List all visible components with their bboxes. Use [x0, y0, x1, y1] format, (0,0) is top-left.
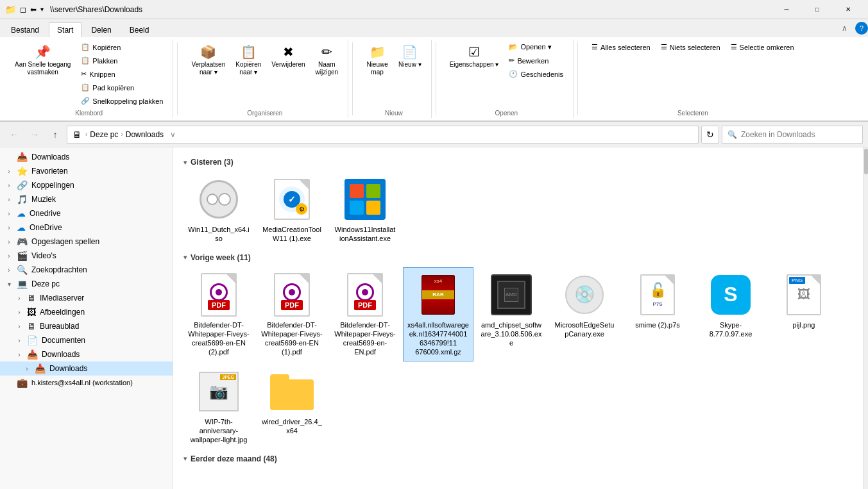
address-dropdown-icon[interactable]: ∨: [167, 130, 178, 139]
eerder-toggle[interactable]: ▾: [183, 455, 187, 462]
nieuw-item-button[interactable]: 📄 Nieuw ▾: [394, 41, 426, 72]
file-bitdefender1[interactable]: PDF Bitdefender-DT-Whitepaper-Fiveys-cre…: [183, 267, 254, 361]
eigenschappen-button[interactable]: ☑ Eigenschappen ▾: [445, 41, 504, 72]
vorige-week-toggle[interactable]: ▾: [183, 254, 187, 261]
snelkoppeling-button[interactable]: 🔗 Snelkoppeling plakken: [76, 95, 167, 107]
tab-delen[interactable]: Delen: [83, 22, 119, 37]
file-amd-chipset[interactable]: AMD amd_chipset_software_3.10.08.506.exe: [476, 267, 547, 361]
main-layout: 📥 Downloads › ⭐ Favorieten › 🔗 Koppeling…: [0, 147, 868, 489]
sidebar-item-muziek[interactable]: › 🎵 Muziek: [0, 192, 173, 206]
up-button[interactable]: ↑: [46, 126, 64, 144]
sidebar-item-workstation[interactable]: 💼 h.kisters@xs4all.nl (workstation): [0, 376, 173, 390]
selectie-omkeren-button[interactable]: ☰ Selectie omkeren: [726, 41, 799, 53]
afbeeldingen-icon: 🖼: [27, 307, 36, 317]
file-smime[interactable]: 🔓 P7S smime (2).p7s: [622, 267, 693, 361]
pin-button[interactable]: 📌 Aan Snelle toegangvastmaken: [10, 41, 75, 79]
title-bar-controls: ─ □ ✕: [772, 0, 863, 19]
breadcrumb-deze-pc[interactable]: Deze pc: [90, 130, 118, 139]
tab-start[interactable]: Start: [49, 22, 81, 38]
search-box[interactable]: 🔍: [722, 126, 863, 144]
sidebar-item-videos[interactable]: › 🎬 Video's: [0, 249, 173, 263]
sidebar-item-imediaserver[interactable]: › 🖥 IMediaserver: [0, 291, 173, 305]
openen-btn[interactable]: 📂 Openen ▾: [504, 41, 568, 53]
nieuwe-map-button[interactable]: 📁 Nieuwemap: [362, 41, 393, 79]
selecteren-buttons: ☰ Alles selecteren ☰ Niets selecteren ☰ …: [587, 41, 799, 53]
geschiedenis-btn[interactable]: 🕐 Geschiedenis: [504, 68, 568, 80]
naam-wijzigen-button[interactable]: ✏ Naamwijzigen: [311, 41, 343, 79]
maximize-button[interactable]: □: [803, 0, 832, 19]
scrollbar-track[interactable]: [863, 147, 868, 489]
sidebar-item-afbeeldingen[interactable]: › 🖼 Afbeeldingen: [0, 305, 173, 319]
ribbon-collapse-icon[interactable]: ∧: [837, 24, 853, 33]
file-pijl-png[interactable]: PNG 🖼 pijl.png: [769, 267, 839, 361]
copy-to-icon: 📋: [241, 44, 257, 60]
file-wip-jpeg[interactable]: JPEG 📷 WIP-7th-anniversary-wallpaper-lig…: [183, 364, 254, 449]
sidebar-item-downloads2[interactable]: › 📥 Downloads: [0, 347, 173, 361]
file-bitdefender3[interactable]: PDF Bitdefender-DT-Whitepaper-Fiveys-cre…: [330, 267, 400, 361]
klembord-label: Klembord: [75, 107, 103, 117]
invert-icon: ☰: [731, 43, 737, 51]
address-path[interactable]: 🖥 › Deze pc › Downloads ∨: [67, 126, 699, 144]
bewerken-btn[interactable]: ✏ Bewerken: [504, 54, 568, 67]
file-bitdefender2[interactable]: PDF Bitdefender-DT-Whitepaper-Fiveys-cre…: [257, 267, 327, 361]
vorige-week-files: PDF Bitdefender-DT-Whitepaper-Fiveys-cre…: [183, 267, 853, 449]
sep3: [436, 42, 436, 115]
tab-bestand[interactable]: Bestand: [3, 22, 47, 37]
kopieren-button[interactable]: 📋 Kopiëren: [76, 41, 167, 53]
sidebar-item-downloads3[interactable]: › 📥 Downloads: [0, 361, 173, 376]
sidebar-item-onedrive1[interactable]: › ☁ Onedrive: [0, 206, 173, 220]
pdf-icon: PDF: [201, 273, 237, 317]
help-button[interactable]: ?: [855, 22, 868, 35]
breadcrumb-downloads[interactable]: Downloads: [126, 130, 164, 139]
verplaatsen-button[interactable]: 📦 Verplaatsennaar ▾: [187, 41, 230, 79]
group-vorige-week-header: ▾ Vorige week (11): [183, 253, 853, 262]
new-item-icon: 📄: [402, 44, 418, 60]
file-skype[interactable]: S Skype-8.77.0.97.exe: [695, 267, 766, 361]
sidebar-item-bureaublad[interactable]: › 🖥 Bureaublad: [0, 319, 173, 333]
kopieren-naar-button[interactable]: 📋 Kopiërennaar ▾: [231, 41, 266, 79]
verwijderen-button[interactable]: ✖ Verwijderen: [267, 41, 309, 72]
gz-icon: RAR xs4: [419, 274, 457, 316]
sidebar-item-koppelingen[interactable]: › 🔗 Koppelingen: [0, 178, 173, 192]
setup-icon: 💿: [565, 276, 604, 314]
file-name: Skype-8.77.0.97.exe: [700, 320, 762, 339]
gisteren-toggle[interactable]: ▾: [183, 159, 187, 166]
minimize-button[interactable]: ─: [772, 0, 801, 19]
iso-icon: [200, 180, 238, 219]
niets-selecteren-button[interactable]: ☰ Niets selecteren: [656, 41, 725, 53]
knippen-button[interactable]: ✂ Knippen: [76, 68, 167, 80]
open-icon: 📂: [509, 43, 518, 51]
alles-selecteren-button[interactable]: ☰ Alles selecteren: [587, 41, 655, 53]
scrollbar-thumb[interactable]: [864, 149, 868, 174]
sidebar-item-downloads1[interactable]: 📥 Downloads: [0, 150, 173, 164]
refresh-button[interactable]: ↻: [701, 126, 719, 144]
tab-beeld[interactable]: Beeld: [121, 22, 158, 37]
p7s-icon: 🔓 P7S: [640, 274, 675, 315]
file-msedge[interactable]: 💿 MicrosoftEdgeSetupCanary.exe: [549, 267, 620, 361]
file-wired-driver-folder[interactable]: wired_driver_26.4_x64: [257, 364, 327, 449]
sidebar-item-deze-pc[interactable]: ▾ 💻 Deze pc: [0, 277, 173, 291]
sidebar-item-favorieten[interactable]: › ⭐ Favorieten: [0, 164, 173, 178]
ribbon-group-organiseren: 📦 Verplaatsennaar ▾ 📋 Kopiërennaar ▾ ✖ V…: [182, 40, 348, 118]
back-button[interactable]: ←: [5, 126, 23, 144]
quick-access-undo[interactable]: ⬅: [30, 5, 37, 14]
search-input[interactable]: [741, 130, 857, 139]
quick-access-save[interactable]: ◻: [20, 5, 26, 14]
pad-kopieren-button[interactable]: 📋 Pad kopiëren: [76, 81, 167, 94]
plakken-button[interactable]: 📋 Plakken: [76, 54, 167, 67]
sidebar-item-zoekopdrachten[interactable]: › 🔍 Zoekopdrachten: [0, 263, 173, 277]
file-xs4all-gz[interactable]: RAR xs4 xs4all.nllsoftwaregeek.nl1634774…: [403, 267, 473, 361]
select-all-icon: ☰: [591, 43, 598, 51]
sidebar-item-onedrive2[interactable]: › ☁ OneDrive: [0, 220, 173, 235]
forward-button[interactable]: →: [26, 126, 44, 144]
file-mediacreation[interactable]: ✓ ⚙ MediaCreationToolW11 (1).exe: [257, 172, 327, 248]
content-area: ▾ Gisteren (3) Win11_Dutch_x64.iso: [173, 147, 863, 489]
sidebar-item-documenten[interactable]: › 📄 Documenten: [0, 333, 173, 347]
klembord-buttons: 📌 Aan Snelle toegangvastmaken 📋 Kopiëren…: [10, 41, 167, 107]
close-button[interactable]: ✕: [833, 0, 863, 19]
sidebar-item-opgeslagen[interactable]: › 🎮 Opgeslagen spellen: [0, 235, 173, 249]
file-win11-iso[interactable]: Win11_Dutch_x64.iso: [183, 172, 254, 248]
quick-access-more[interactable]: ▾: [40, 6, 44, 13]
file-win11-assistant[interactable]: Windows11InstallationAssistant.exe: [330, 172, 400, 248]
move-icon: 📦: [200, 44, 216, 60]
